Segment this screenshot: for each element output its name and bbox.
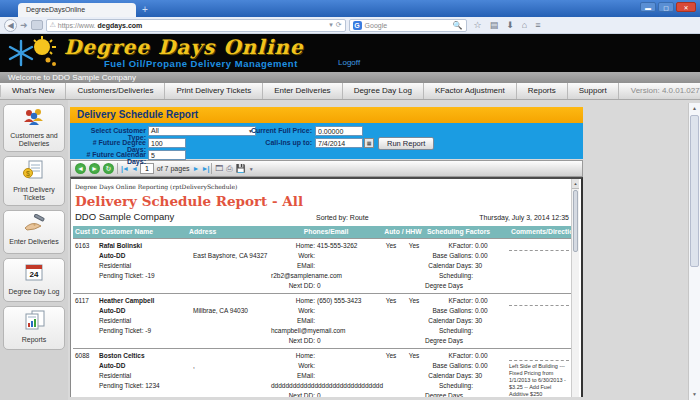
text-line: Auto-DD: [99, 306, 187, 316]
cell-cust-id: 6117: [73, 296, 99, 346]
back-icon[interactable]: ◀: [4, 19, 17, 32]
text-line: KFactor:0.00: [425, 351, 509, 361]
page-scrollbar-thumb[interactable]: [690, 115, 699, 267]
menu-item-support[interactable]: Support: [568, 83, 619, 99]
cell-auto: Yes: [379, 296, 403, 346]
reload-icon[interactable]: ⟳: [336, 21, 342, 29]
text-line: EMail:r2b2@samplename.com: [271, 261, 379, 281]
url-dropdown-icon[interactable]: ▾: [329, 21, 333, 29]
sidebar-item-print-delivery-tickets[interactable]: $ Print Delivery Tickets: [3, 156, 65, 206]
text-line: KFactor:0.00: [425, 241, 509, 251]
col-auto-hhw: Auto / HHW: [379, 226, 425, 238]
field-value: 0: [317, 282, 321, 289]
sidebar-item-label: Degree Day Log: [5, 288, 63, 296]
report-table-body: 6163Rafal BolinskiAuto-DDResidentialPend…: [73, 238, 571, 397]
field-label: Base Gallons:: [425, 251, 473, 261]
menu-icon[interactable]: ≡: [535, 20, 540, 30]
run-report-button[interactable]: Run Report: [378, 137, 434, 150]
text-line: Pending Ticket: -19: [99, 271, 187, 281]
field-label: Next DD:: [271, 391, 315, 397]
menu-item-reports[interactable]: Reports: [517, 83, 568, 99]
scroll-up-icon[interactable]: ▲: [689, 103, 700, 114]
scrollbar-thumb[interactable]: [573, 190, 578, 252]
field-label: Scheduling:: [425, 326, 473, 336]
prev-page-icon[interactable]: ◄: [131, 165, 137, 172]
bookmark-star-icon[interactable]: ☆: [474, 20, 482, 30]
text-line: Auto-DD: [99, 251, 187, 261]
text-line: Work:: [271, 251, 379, 261]
text-line: Calendar Days:30: [425, 261, 509, 271]
search-input[interactable]: G Google 🔍: [349, 19, 467, 32]
scroll-down-icon[interactable]: ▼: [689, 389, 700, 400]
printer-icon[interactable]: ⎙: [226, 164, 232, 174]
app-logo-icon: [4, 36, 62, 70]
forward-icon[interactable]: ➜: [20, 19, 28, 31]
field-value: 0.00: [475, 362, 488, 369]
minimize-icon[interactable]: ▬: [640, 2, 656, 12]
sidebar-item-reports[interactable]: Reports: [3, 306, 65, 350]
first-page-icon[interactable]: |◄: [121, 165, 128, 172]
future-calendar-days-input[interactable]: [148, 150, 186, 160]
sidebar: Customers and Deliveries $ Print Deliver…: [0, 100, 68, 400]
field-value: Degree Days: [425, 337, 463, 344]
search-engine-icon[interactable]: G: [353, 21, 362, 30]
field-label: EMail:: [271, 371, 315, 381]
export-icon[interactable]: 💾: [236, 164, 246, 174]
menu-item-enter-deliveries[interactable]: Enter Deliveries: [263, 83, 342, 99]
last-page-icon[interactable]: ►|: [201, 165, 208, 172]
text-line: Next DD:0: [271, 391, 379, 397]
cell-customer-name: Rafal BolinskiAuto-DDResidentialPending …: [99, 241, 187, 291]
text-line: Scheduling:Degree Days: [425, 381, 509, 397]
sidebar-item-customers-and-deliveries[interactable]: Customers and Deliveries: [3, 104, 65, 152]
text-line: Boston Celtics: [99, 351, 187, 361]
menu-item-kfactor-adjustment[interactable]: KFactor Adjustment: [424, 83, 517, 99]
url-bar[interactable]: ⚠ https://www. degdays.com ▾ ⟳: [46, 19, 346, 32]
app-subtitle: Fuel Oil/Propane Delivery Management: [104, 58, 298, 69]
report-breadcrumb: Degree Days Online Reporting (rptDeliver…: [75, 183, 581, 190]
menu-item-print-delivery-tickets[interactable]: Print Delivery Tickets: [165, 83, 263, 99]
field-label: Base Gallons:: [425, 306, 473, 316]
logoff-link[interactable]: Logoff: [338, 58, 360, 67]
cell-auto: Yes: [379, 351, 403, 397]
report-form: Select Customer Type: All ▼ # Future Deg…: [70, 123, 583, 159]
page-scrollbar[interactable]: ▲ ▼: [688, 103, 700, 400]
home-icon[interactable]: ⌂: [522, 20, 527, 30]
call-ins-date-input[interactable]: [315, 138, 363, 148]
text-line: Work:: [271, 361, 379, 371]
calendar-icon[interactable]: ▦: [364, 138, 374, 148]
menu-item-customers-deliveries[interactable]: Customers/Deliveries: [66, 83, 165, 99]
current-full-price-input[interactable]: [315, 126, 363, 136]
menu-item-whats-new[interactable]: What's New: [1, 83, 66, 99]
browser-tab[interactable]: DegreeDaysOnline: [18, 3, 136, 17]
text-line: KFactor:0.00: [425, 296, 509, 306]
bookmarks-menu-icon[interactable]: ▤: [490, 20, 499, 30]
library-icon[interactable]: [31, 20, 43, 30]
field-value: 0.00: [475, 252, 488, 259]
scroll-up-icon[interactable]: ▲: [572, 179, 579, 189]
sidebar-item-degree-day-log[interactable]: 24 Degree Day Log: [3, 258, 65, 302]
field-value: 0.00: [475, 297, 488, 304]
report-table: Cust ID Customer Name Address Phones/Ema…: [73, 226, 571, 397]
cell-phones-email: Home:(650) 555-3423Work:EMail:hcampbell@…: [271, 296, 379, 346]
export-dropdown-icon[interactable]: ▼: [249, 164, 254, 174]
text-line: Next DD:0: [271, 281, 379, 291]
field-label: Next DD:: [271, 281, 315, 291]
cell-cust-id: 6088: [73, 351, 99, 397]
close-icon[interactable]: ✕: [676, 2, 696, 12]
window-controls: ▬ ▢ ✕: [640, 2, 696, 12]
print-layout-icon[interactable]: 🗔: [215, 164, 223, 174]
maximize-icon[interactable]: ▢: [658, 2, 674, 12]
downloads-icon[interactable]: ⬇: [506, 20, 514, 30]
table-row: 6088Boston CelticsAuto-DDResidentialPend…: [73, 348, 571, 397]
next-page-icon[interactable]: ►: [193, 165, 199, 172]
search-icon[interactable]: 🔍: [453, 21, 463, 30]
sidebar-item-enter-deliveries[interactable]: Enter Deliveries: [3, 210, 65, 254]
field-label: Calendar Days:: [425, 261, 473, 271]
future-degree-days-input[interactable]: [148, 138, 186, 148]
cell-address: Millbrae, CA 94030: [187, 296, 271, 346]
cell-hhw: Yes: [403, 296, 425, 346]
menu-item-degree-day-log[interactable]: Degree Day Log: [343, 83, 424, 99]
browser-titlebar: DegreeDaysOnline + ▬ ▢ ✕: [0, 0, 700, 17]
report-scrollbar[interactable]: ▲: [571, 179, 579, 397]
new-tab-icon[interactable]: +: [142, 4, 148, 16]
